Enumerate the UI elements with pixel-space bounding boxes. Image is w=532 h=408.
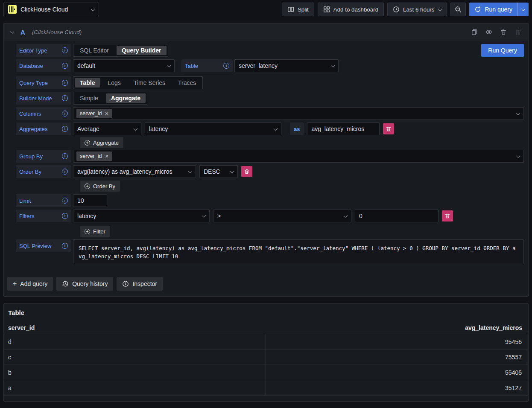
cell-server-id: b (4, 365, 266, 380)
chevron-down-icon (516, 154, 520, 158)
remove-filter-button[interactable] (442, 210, 453, 221)
sql-preview-label: SQL Preview (16, 239, 71, 252)
table-label: Table (181, 59, 233, 72)
query-type-label: Query Type (16, 76, 71, 89)
run-query-editor-button[interactable]: Run Query (481, 44, 524, 57)
query-history-button[interactable]: Query history (56, 277, 113, 291)
info-icon[interactable] (62, 95, 68, 101)
info-icon[interactable] (62, 198, 68, 204)
info-icon[interactable] (62, 80, 68, 86)
info-icon[interactable] (62, 213, 68, 219)
chevron-down-icon (274, 126, 278, 131)
run-query-split-button: Run query (469, 3, 529, 16)
query-ref-id[interactable]: A (20, 29, 25, 36)
column-header-server-id[interactable]: server_id (4, 324, 266, 331)
chevron-down-icon (438, 7, 442, 11)
sync-icon (474, 6, 481, 13)
column-chip[interactable]: server_id ✕ (76, 109, 112, 118)
zoom-out-icon (455, 6, 462, 13)
filter-operator-select[interactable]: > (213, 210, 351, 222)
aggregate-function-select[interactable]: Average (73, 122, 141, 135)
add-order-by-button[interactable]: Order By (80, 181, 120, 192)
split-button[interactable]: Split (282, 3, 314, 16)
query-type-logs-option[interactable]: Logs (102, 77, 127, 89)
query-builder-option[interactable]: Query Builder (117, 46, 167, 55)
info-icon[interactable] (62, 169, 68, 175)
query-type-timeseries-option[interactable]: Time Series (127, 77, 172, 89)
collapse-chevron-icon[interactable] (10, 29, 15, 34)
zoom-out-button[interactable] (450, 3, 466, 16)
columns-label: Columns (16, 107, 71, 120)
aggregate-alias-input[interactable]: avg_latency_micros (307, 122, 380, 135)
table-panel: Table server_id avg_latency_micros d 954… (3, 303, 529, 402)
duplicate-query-icon[interactable] (471, 29, 478, 35)
remove-aggregate-button[interactable] (383, 123, 394, 134)
remove-order-by-button[interactable] (241, 166, 252, 177)
table-row: b 55405 (4, 365, 528, 380)
query-type-row: Query Type Table Logs Time Series Traces (16, 76, 524, 89)
drag-handle-icon[interactable] (514, 29, 521, 35)
query-type-traces-option[interactable]: Traces (172, 77, 202, 89)
order-by-label: Order By (16, 165, 71, 178)
split-icon (287, 6, 294, 13)
add-filter-button[interactable]: Filter (80, 226, 110, 237)
info-icon[interactable] (62, 47, 68, 53)
aggregate-column-select[interactable]: latency (145, 122, 281, 135)
table-select[interactable]: server_latency (234, 59, 339, 72)
filter-column-select[interactable]: latency (73, 210, 210, 222)
info-icon[interactable] (62, 243, 68, 249)
editor-type-toggle: SQL Editor Query Builder (73, 44, 168, 57)
column-header-avg-latency[interactable]: avg_latency_micros (266, 324, 528, 331)
builder-mode-aggregate-option[interactable]: Aggregate (106, 93, 146, 103)
editor-footer: + Add query Query history Inspector (4, 267, 528, 291)
sql-preview-row: SQL Preview SELECT server_id, avg(latenc… (16, 239, 524, 264)
delete-query-trash-icon[interactable] (500, 29, 507, 35)
datasource-picker[interactable]: ClickHouse Cloud (3, 3, 99, 16)
group-by-chip[interactable]: server_id ✕ (76, 152, 112, 161)
editor-type-row: Editor Type SQL Editor Query Builder Run… (16, 44, 524, 57)
columns-multiselect[interactable]: server_id ✕ (73, 107, 524, 120)
info-icon[interactable] (62, 126, 68, 132)
group-by-row: Group By server_id ✕ (16, 150, 524, 163)
remove-chip-icon[interactable]: ✕ (105, 111, 108, 117)
add-aggregate-button[interactable]: Aggregate (80, 137, 123, 148)
inspector-button[interactable]: Inspector (117, 277, 163, 291)
info-icon[interactable] (62, 111, 68, 117)
sql-preview-text: SELECT server_id, avg(latency) as avg_la… (73, 239, 524, 264)
filter-value-input[interactable]: 0 (355, 210, 438, 222)
table-header-row: server_id avg_latency_micros (4, 321, 528, 334)
add-query-button[interactable]: + Add query (7, 277, 53, 291)
clickhouse-logo-icon (8, 5, 17, 14)
aggregates-row: Aggregates Average latency as avg_latenc… (16, 122, 524, 135)
table-row: c 75557 (4, 350, 528, 365)
remove-chip-icon[interactable]: ✕ (105, 154, 108, 159)
builder-mode-row: Builder Mode Simple Aggregate (16, 92, 524, 105)
order-by-direction-select[interactable]: DESC (199, 165, 238, 178)
query-type-toggle: Table Logs Time Series Traces (73, 76, 203, 89)
info-icon[interactable] (62, 63, 68, 69)
info-icon[interactable] (223, 63, 229, 69)
add-to-dashboard-button[interactable]: Add to dashboard (318, 3, 384, 16)
sql-editor-option[interactable]: SQL Editor (73, 44, 115, 56)
builder-mode-simple-option[interactable]: Simple (73, 92, 105, 104)
limit-label: Limit (16, 194, 71, 207)
run-query-options-button[interactable] (517, 3, 529, 16)
group-by-multiselect[interactable]: server_id ✕ (73, 150, 524, 163)
run-query-button[interactable]: Run query (469, 3, 517, 16)
hide-query-eye-icon[interactable] (485, 29, 492, 35)
info-circle-icon (122, 280, 129, 287)
database-select[interactable]: default (73, 59, 175, 72)
time-range-picker[interactable]: Last 6 hours (387, 3, 447, 16)
chevron-down-icon (344, 213, 348, 218)
editor-type-label: Editor Type (16, 44, 71, 57)
database-label: Database (16, 59, 71, 72)
limit-input[interactable]: 10 (73, 194, 107, 207)
order-by-expression-select[interactable]: avg(latency) as avg_latency_micros (73, 165, 196, 178)
builder-mode-toggle: Simple Aggregate (73, 92, 147, 105)
cell-server-id: c (4, 350, 266, 364)
info-icon[interactable] (62, 153, 68, 159)
time-range-label: Last 6 hours (403, 6, 434, 13)
add-filter-row: Filter (16, 226, 524, 237)
query-type-table-option[interactable]: Table (75, 78, 100, 87)
chevron-down-icon (134, 126, 138, 131)
